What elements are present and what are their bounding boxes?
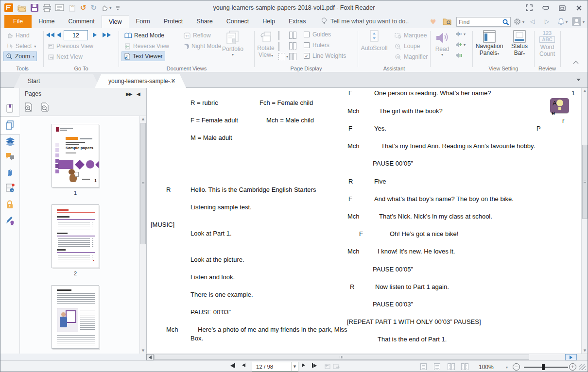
forward-chevron-icon[interactable]: ▷	[545, 18, 549, 25]
word-count-button[interactable]: 123 ABC Word Count	[535, 30, 559, 57]
tab-active-document[interactable]: young-learners-sample-... ✕	[95, 74, 186, 88]
horizontal-scrollbar-thumb[interactable]	[154, 355, 529, 360]
scroll-up-icon[interactable]: ▲	[140, 117, 146, 121]
read-to-end-button[interactable]: ▾	[455, 31, 466, 37]
status-next-page-button[interactable]	[302, 363, 305, 367]
find-input[interactable]	[457, 19, 502, 25]
bell-icon[interactable]	[557, 17, 565, 25]
loupe-button[interactable]: Loupe	[393, 41, 422, 51]
status-single-page-icon[interactable]	[420, 363, 427, 370]
zoom-level-dropdown-icon[interactable]: ▾	[506, 365, 508, 370]
separate-cover-page-icon[interactable]	[289, 53, 296, 60]
tell-me-box[interactable]: Tell me what you want to do..	[321, 17, 409, 25]
menu-tab-view[interactable]: View	[102, 15, 129, 28]
enlarge-thumbnails-icon[interactable]	[24, 102, 33, 112]
continuous-facing-view-icon[interactable]	[289, 42, 296, 50]
bell-dropdown-icon[interactable]: ▾	[566, 20, 568, 24]
status-previous-page-button[interactable]	[242, 363, 245, 367]
fullscreen-icon[interactable]	[523, 2, 535, 13]
status-page-indicator[interactable]: 12 / 98 ▼	[252, 362, 298, 372]
back-chevron-icon[interactable]: ◁	[530, 18, 535, 25]
avatar[interactable]	[572, 17, 581, 26]
menu-tab-connect[interactable]: Connect	[220, 15, 256, 28]
status-continuous-icon[interactable]	[434, 363, 440, 370]
document-scrollbar[interactable]: ▲ ▼	[581, 88, 588, 354]
scroll-down-icon[interactable]: ▼	[140, 349, 146, 353]
read-aloud-button[interactable]: Read ▾	[432, 30, 452, 57]
pages-panel-scrollbar[interactable]: ▲ ▼	[139, 116, 146, 354]
menu-tab-extras[interactable]: Extras	[282, 15, 312, 28]
menu-tab-form[interactable]: Form	[129, 15, 157, 28]
menu-tab-home[interactable]: Home	[32, 15, 61, 28]
folder-search-icon[interactable]	[443, 18, 451, 25]
status-previous-view-icon[interactable]	[323, 363, 330, 370]
certify-panel-icon[interactable]	[5, 215, 16, 226]
page-thumbnail-3[interactable]	[52, 285, 99, 349]
minimize-icon[interactable]	[540, 2, 552, 13]
resize-grip[interactable]	[579, 364, 586, 370]
avatar-dropdown-icon[interactable]: ▾	[583, 20, 585, 24]
h-scroll-left-icon[interactable]	[146, 354, 154, 360]
next-view-button[interactable]: Next View	[45, 52, 85, 62]
zoom-slider-thumb[interactable]	[542, 364, 545, 370]
tab-list-dropdown-icon[interactable]	[576, 78, 581, 82]
status-next-view-icon[interactable]	[333, 363, 340, 370]
menu-tab-share[interactable]: Share	[190, 15, 219, 28]
page-thumbnail-2[interactable]	[52, 204, 99, 268]
tab-start[interactable]: Start	[14, 74, 100, 88]
magnifier-button[interactable]: M Magnifier	[393, 52, 430, 62]
autoscroll-button[interactable]: AutoScroll	[359, 30, 390, 51]
horizontal-scrollbar[interactable]	[146, 354, 588, 360]
search-icon[interactable]	[502, 18, 509, 26]
collapse-ribbon-icon[interactable]	[573, 60, 579, 64]
first-page-button[interactable]	[46, 33, 54, 37]
navigation-panels-button[interactable]: Navigation Panels▾	[473, 30, 505, 56]
split-view-icon[interactable]: ▾	[278, 53, 288, 60]
line-weights-checkbox[interactable]: ✓Line Weights	[304, 52, 346, 59]
doc-scroll-down-icon[interactable]: ▼	[582, 349, 588, 353]
document-canvas[interactable]: 1 A e r P ▲ ▼ R = rubricFch = Female chi…	[146, 88, 588, 354]
pages-panel-icon[interactable]	[5, 120, 16, 131]
status-last-page-button[interactable]	[312, 363, 317, 368]
status-continuous-facing-icon[interactable]	[461, 363, 468, 370]
restore-icon[interactable]	[556, 2, 568, 13]
tab-close-icon[interactable]: ✕	[171, 74, 175, 88]
comments-panel-icon[interactable]	[5, 152, 16, 163]
zoom-in-button[interactable]: +	[569, 363, 576, 371]
h-scroll-right-icon[interactable]	[565, 354, 577, 360]
menu-tab-file[interactable]: File	[4, 15, 32, 28]
next-page-button[interactable]	[93, 33, 97, 37]
portfolio-button[interactable]: Portfolio ▾	[217, 30, 249, 57]
single-page-view-icon[interactable]	[278, 32, 279, 40]
gear-dropdown-icon[interactable]: ▾	[522, 20, 524, 24]
attachments-panel-icon[interactable]	[5, 168, 16, 179]
rulers-checkbox[interactable]: Rulers	[304, 42, 329, 49]
menu-tab-comment[interactable]: Comment	[62, 15, 102, 28]
digital-signatures-panel-icon[interactable]	[5, 183, 16, 194]
zoom-slider-track[interactable]	[524, 367, 568, 368]
doc-scroll-up-icon[interactable]: ▲	[582, 89, 588, 93]
previous-view-button[interactable]: Previous View	[45, 41, 95, 51]
marquee-button[interactable]: Marquee	[393, 31, 429, 40]
read-pause-button[interactable]	[455, 52, 462, 58]
continuous-view-icon[interactable]	[278, 42, 279, 51]
find-box[interactable]	[456, 17, 511, 27]
guides-checkbox[interactable]: Guides	[304, 31, 331, 38]
zoom-tool-button[interactable]: Zoom▾	[3, 51, 37, 61]
reflow-button[interactable]: Tt Reflow	[182, 31, 213, 40]
hand-tool-button[interactable]: Hand	[4, 31, 32, 40]
favorite-heart-icon[interactable]: ♥	[430, 18, 436, 26]
layers-panel-icon[interactable]	[5, 136, 16, 147]
last-page-button[interactable]	[103, 33, 111, 37]
gear-icon[interactable]	[514, 18, 521, 25]
menu-tab-help[interactable]: Help	[256, 15, 282, 28]
facing-page-view-icon[interactable]	[289, 32, 296, 39]
page-indicator-dropdown-icon[interactable]: ▼	[291, 362, 298, 371]
status-first-page-button[interactable]	[230, 363, 235, 368]
read-add-button[interactable]: ▾	[455, 42, 466, 48]
page-number-input[interactable]	[64, 30, 88, 40]
zoom-level-value[interactable]: 100%	[479, 364, 494, 371]
menu-tab-protect[interactable]: Protect	[157, 15, 190, 28]
previous-page-button[interactable]	[57, 33, 61, 37]
status-bar-button[interactable]: Status Bar▾	[507, 30, 532, 56]
